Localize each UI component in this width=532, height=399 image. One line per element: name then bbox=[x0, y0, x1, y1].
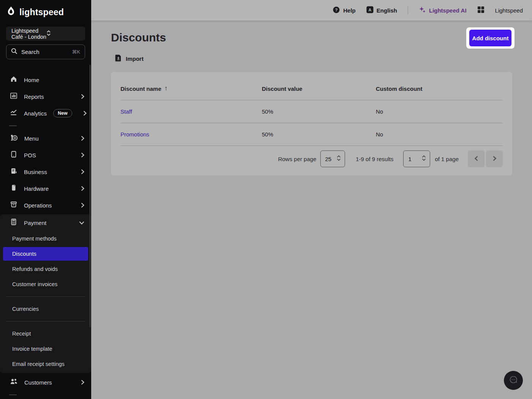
subitem-label: Discounts bbox=[12, 251, 36, 257]
location-selector[interactable]: Lightspeed Café - London bbox=[6, 27, 85, 41]
location-label: Lightspeed Café - London bbox=[11, 28, 46, 40]
subitem-label: Currencies bbox=[12, 306, 39, 312]
sidebar-item-label: Home bbox=[24, 77, 39, 83]
chevron-right-icon bbox=[81, 152, 84, 158]
sidebar-item-label: Business bbox=[24, 169, 47, 175]
chevron-right-icon bbox=[81, 380, 84, 385]
people-icon bbox=[10, 378, 18, 387]
sidebar-item-operations[interactable]: Operations bbox=[0, 197, 91, 214]
plate-glass-icon bbox=[10, 134, 18, 143]
logo-wordmark: lightspeed bbox=[19, 7, 64, 17]
chevron-right-icon bbox=[81, 169, 84, 174]
sidebar-item-label: Menu bbox=[24, 135, 39, 142]
sidebar-item-pos[interactable]: POS bbox=[0, 147, 91, 163]
sidebar-subitem-payment-methods[interactable]: Payment methods bbox=[0, 231, 91, 246]
nav-divider bbox=[9, 125, 17, 126]
search-icon bbox=[11, 48, 17, 56]
sidebar-scrollbar[interactable] bbox=[89, 65, 91, 328]
calculator-icon bbox=[10, 218, 17, 227]
submenu-divider bbox=[6, 321, 85, 321]
search-input[interactable]: Search ⌘K bbox=[6, 44, 85, 59]
sidebar-item-label: Operations bbox=[24, 202, 52, 209]
sidebar-item-label: Hardware bbox=[24, 185, 49, 192]
home-icon bbox=[10, 75, 17, 84]
sidebar-subitem-receipt[interactable]: Receipt bbox=[0, 326, 91, 341]
tablet-icon bbox=[10, 150, 17, 160]
sidebar-subitem-invoice-template[interactable]: Invoice template bbox=[0, 341, 91, 356]
sidebar: lightspeed Lightspeed Café - London Sear… bbox=[0, 0, 91, 399]
sidebar-nav: Home Reports Analytics New Menu POS Busi bbox=[0, 71, 91, 395]
sidebar-item-home[interactable]: Home bbox=[0, 71, 91, 88]
bar-chart-icon bbox=[10, 92, 17, 101]
sidebar-item-payment[interactable]: Payment bbox=[0, 214, 91, 231]
chevron-right-icon bbox=[81, 186, 84, 191]
chevron-right-icon bbox=[81, 94, 84, 99]
subitem-label: Refunds and voids bbox=[12, 266, 58, 272]
sidebar-subitem-customer-invoices[interactable]: Customer invoices bbox=[0, 277, 91, 292]
updown-chevron-icon bbox=[46, 30, 81, 37]
subitem-label: Email receipt settings bbox=[12, 361, 65, 367]
lightspeed-logo: lightspeed bbox=[0, 0, 91, 18]
add-discount-button[interactable]: Add discount bbox=[469, 30, 511, 46]
sidebar-item-label: Reports bbox=[24, 93, 44, 100]
line-chart-icon bbox=[10, 109, 17, 118]
sidebar-item-reports[interactable]: Reports bbox=[0, 88, 91, 105]
sidebar-subitem-refunds-and-voids[interactable]: Refunds and voids bbox=[0, 261, 91, 277]
sidebar-item-customers[interactable]: Customers bbox=[0, 374, 91, 391]
subitem-label: Receipt bbox=[12, 331, 31, 337]
subitem-label: Customer invoices bbox=[12, 281, 57, 287]
device-icon bbox=[10, 184, 17, 193]
box-icon bbox=[10, 201, 17, 210]
search-placeholder: Search bbox=[21, 49, 68, 55]
chevron-right-icon bbox=[81, 203, 84, 208]
sidebar-item-label: Payment bbox=[24, 220, 46, 226]
sidebar-item-label: Analytics bbox=[24, 110, 47, 117]
new-badge: New bbox=[53, 109, 72, 117]
search-shortcut: ⌘K bbox=[72, 49, 80, 55]
nav-divider bbox=[9, 394, 17, 395]
chevron-right-icon bbox=[81, 136, 84, 141]
sidebar-item-hardware[interactable]: Hardware bbox=[0, 180, 91, 197]
subitem-label: Invoice template bbox=[12, 346, 52, 352]
add-discount-spotlight: Add discount bbox=[466, 27, 515, 49]
sidebar-item-label: POS bbox=[24, 152, 36, 158]
chevron-down-icon bbox=[79, 221, 84, 225]
sidebar-subitem-discounts[interactable]: Discounts bbox=[3, 247, 88, 261]
subitem-label: Payment methods bbox=[12, 236, 57, 242]
dim-overlay bbox=[91, 0, 532, 399]
submenu-divider bbox=[6, 296, 85, 297]
flame-logo-icon bbox=[6, 6, 16, 18]
payment-section: Payment Payment methods Discounts Refund… bbox=[0, 214, 91, 373]
sidebar-item-label: Customers bbox=[24, 379, 52, 386]
chevron-right-icon bbox=[83, 111, 87, 116]
ledger-icon bbox=[10, 167, 17, 176]
sidebar-subitem-email-receipt-settings[interactable]: Email receipt settings bbox=[0, 356, 91, 372]
sidebar-item-analytics[interactable]: Analytics New bbox=[0, 105, 91, 122]
sidebar-item-menu[interactable]: Menu bbox=[0, 130, 91, 147]
sidebar-subitem-currencies[interactable]: Currencies bbox=[0, 301, 91, 317]
sidebar-item-business[interactable]: Business bbox=[0, 163, 91, 180]
